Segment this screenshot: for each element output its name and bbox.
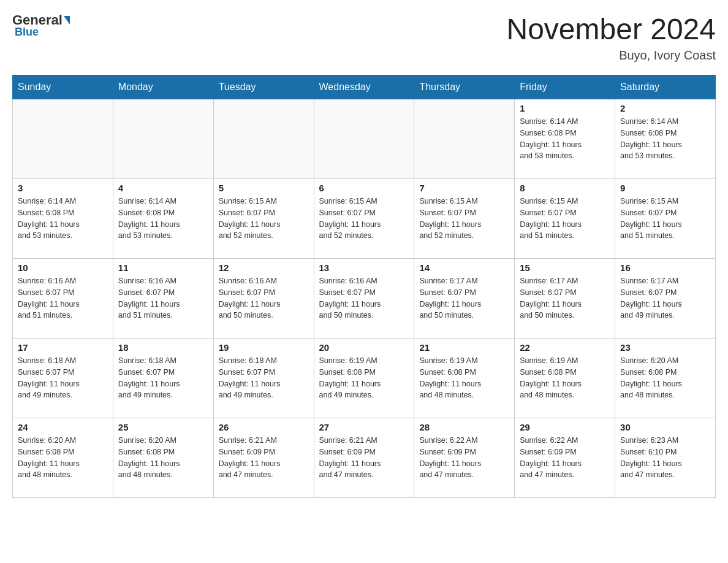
logo: General Blue [12, 12, 71, 39]
day-info: Sunrise: 6:17 AM Sunset: 6:07 PM Dayligh… [620, 275, 710, 321]
calendar-cell: 26Sunrise: 6:21 AM Sunset: 6:09 PM Dayli… [213, 418, 314, 498]
day-number: 7 [419, 183, 509, 193]
day-info: Sunrise: 6:20 AM Sunset: 6:08 PM Dayligh… [118, 435, 208, 481]
day-info: Sunrise: 6:16 AM Sunset: 6:07 PM Dayligh… [18, 275, 108, 321]
day-info: Sunrise: 6:15 AM Sunset: 6:07 PM Dayligh… [319, 196, 409, 242]
day-info: Sunrise: 6:20 AM Sunset: 6:08 PM Dayligh… [18, 435, 108, 481]
calendar-cell [13, 99, 113, 179]
calendar-cell: 15Sunrise: 6:17 AM Sunset: 6:07 PM Dayli… [515, 259, 615, 339]
day-number: 1 [520, 103, 610, 113]
weekday-header: Wednesday [314, 75, 414, 99]
day-info: Sunrise: 6:19 AM Sunset: 6:08 PM Dayligh… [419, 355, 509, 401]
day-info: Sunrise: 6:15 AM Sunset: 6:07 PM Dayligh… [219, 196, 309, 242]
day-number: 3 [18, 183, 108, 193]
day-number: 24 [18, 422, 108, 432]
day-number: 21 [419, 342, 509, 353]
calendar-cell: 16Sunrise: 6:17 AM Sunset: 6:07 PM Dayli… [615, 259, 716, 339]
day-info: Sunrise: 6:15 AM Sunset: 6:07 PM Dayligh… [419, 196, 509, 242]
weekday-header: Monday [113, 75, 213, 99]
weekday-header: Friday [515, 75, 615, 99]
calendar-table: SundayMondayTuesdayWednesdayThursdayFrid… [12, 75, 716, 498]
weekday-header: Sunday [13, 75, 113, 99]
calendar-cell: 29Sunrise: 6:22 AM Sunset: 6:09 PM Dayli… [515, 418, 615, 498]
day-number: 13 [319, 262, 409, 273]
day-number: 11 [118, 262, 208, 273]
title-section: November 2024 Buyo, Ivory Coast [506, 12, 716, 63]
day-info: Sunrise: 6:14 AM Sunset: 6:08 PM Dayligh… [18, 196, 108, 242]
calendar-week-row: 24Sunrise: 6:20 AM Sunset: 6:08 PM Dayli… [13, 418, 716, 498]
calendar-cell: 9Sunrise: 6:15 AM Sunset: 6:07 PM Daylig… [615, 179, 716, 259]
calendar-cell: 20Sunrise: 6:19 AM Sunset: 6:08 PM Dayli… [314, 339, 414, 418]
calendar-cell: 22Sunrise: 6:19 AM Sunset: 6:08 PM Dayli… [515, 339, 615, 418]
calendar-cell [414, 99, 515, 179]
calendar-cell: 23Sunrise: 6:20 AM Sunset: 6:08 PM Dayli… [615, 339, 716, 418]
day-info: Sunrise: 6:17 AM Sunset: 6:07 PM Dayligh… [520, 275, 610, 321]
day-info: Sunrise: 6:20 AM Sunset: 6:08 PM Dayligh… [620, 355, 710, 401]
day-info: Sunrise: 6:21 AM Sunset: 6:09 PM Dayligh… [319, 435, 409, 481]
day-number: 6 [319, 183, 409, 193]
weekday-header: Thursday [414, 75, 515, 99]
calendar-cell: 12Sunrise: 6:16 AM Sunset: 6:07 PM Dayli… [213, 259, 314, 339]
calendar-cell: 6Sunrise: 6:15 AM Sunset: 6:07 PM Daylig… [314, 179, 414, 259]
calendar-cell: 14Sunrise: 6:17 AM Sunset: 6:07 PM Dayli… [414, 259, 515, 339]
calendar-cell: 17Sunrise: 6:18 AM Sunset: 6:07 PM Dayli… [13, 339, 113, 418]
calendar-cell: 24Sunrise: 6:20 AM Sunset: 6:08 PM Dayli… [13, 418, 113, 498]
day-info: Sunrise: 6:15 AM Sunset: 6:07 PM Dayligh… [520, 196, 610, 242]
calendar-cell: 3Sunrise: 6:14 AM Sunset: 6:08 PM Daylig… [13, 179, 113, 259]
day-number: 15 [520, 262, 610, 273]
day-info: Sunrise: 6:16 AM Sunset: 6:07 PM Dayligh… [319, 275, 409, 321]
day-number: 23 [620, 342, 710, 353]
calendar-cell: 2Sunrise: 6:14 AM Sunset: 6:08 PM Daylig… [615, 99, 716, 179]
calendar-cell: 21Sunrise: 6:19 AM Sunset: 6:08 PM Dayli… [414, 339, 515, 418]
day-number: 27 [319, 422, 409, 432]
calendar-cell: 18Sunrise: 6:18 AM Sunset: 6:07 PM Dayli… [113, 339, 213, 418]
calendar-cell: 27Sunrise: 6:21 AM Sunset: 6:09 PM Dayli… [314, 418, 414, 498]
calendar-cell: 10Sunrise: 6:16 AM Sunset: 6:07 PM Dayli… [13, 259, 113, 339]
location-title: Buyo, Ivory Coast [506, 48, 716, 63]
calendar-week-row: 1Sunrise: 6:14 AM Sunset: 6:08 PM Daylig… [13, 99, 716, 179]
weekday-header: Saturday [615, 75, 716, 99]
calendar-week-row: 3Sunrise: 6:14 AM Sunset: 6:08 PM Daylig… [13, 179, 716, 259]
day-number: 9 [620, 183, 710, 193]
calendar-cell: 28Sunrise: 6:22 AM Sunset: 6:09 PM Dayli… [414, 418, 515, 498]
day-info: Sunrise: 6:18 AM Sunset: 6:07 PM Dayligh… [118, 355, 208, 401]
month-title: November 2024 [506, 12, 716, 46]
calendar-cell: 5Sunrise: 6:15 AM Sunset: 6:07 PM Daylig… [213, 179, 314, 259]
day-number: 29 [520, 422, 610, 432]
calendar-cell: 11Sunrise: 6:16 AM Sunset: 6:07 PM Dayli… [113, 259, 213, 339]
day-number: 18 [118, 342, 208, 353]
calendar-cell: 19Sunrise: 6:18 AM Sunset: 6:07 PM Dayli… [213, 339, 314, 418]
day-number: 10 [18, 262, 108, 273]
day-info: Sunrise: 6:19 AM Sunset: 6:08 PM Dayligh… [319, 355, 409, 401]
day-number: 16 [620, 262, 710, 273]
logo-triangle-icon [64, 16, 70, 25]
calendar-cell [113, 99, 213, 179]
day-info: Sunrise: 6:18 AM Sunset: 6:07 PM Dayligh… [18, 355, 108, 401]
calendar-cell: 8Sunrise: 6:15 AM Sunset: 6:07 PM Daylig… [515, 179, 615, 259]
day-number: 2 [620, 103, 710, 113]
day-number: 25 [118, 422, 208, 432]
day-info: Sunrise: 6:23 AM Sunset: 6:10 PM Dayligh… [620, 435, 710, 481]
day-info: Sunrise: 6:14 AM Sunset: 6:08 PM Dayligh… [620, 116, 710, 162]
day-number: 26 [219, 422, 309, 432]
page-header: General Blue November 2024 Buyo, Ivory C… [12, 12, 716, 63]
calendar-cell: 7Sunrise: 6:15 AM Sunset: 6:07 PM Daylig… [414, 179, 515, 259]
day-number: 14 [419, 262, 509, 273]
day-number: 28 [419, 422, 509, 432]
day-info: Sunrise: 6:19 AM Sunset: 6:08 PM Dayligh… [520, 355, 610, 401]
day-number: 4 [118, 183, 208, 193]
day-number: 19 [219, 342, 309, 353]
day-info: Sunrise: 6:21 AM Sunset: 6:09 PM Dayligh… [219, 435, 309, 481]
day-number: 5 [219, 183, 309, 193]
calendar-cell: 13Sunrise: 6:16 AM Sunset: 6:07 PM Dayli… [314, 259, 414, 339]
calendar-cell: 25Sunrise: 6:20 AM Sunset: 6:08 PM Dayli… [113, 418, 213, 498]
day-number: 22 [520, 342, 610, 353]
day-number: 12 [219, 262, 309, 273]
calendar-cell: 4Sunrise: 6:14 AM Sunset: 6:08 PM Daylig… [113, 179, 213, 259]
calendar-cell [314, 99, 414, 179]
day-info: Sunrise: 6:16 AM Sunset: 6:07 PM Dayligh… [219, 275, 309, 321]
day-info: Sunrise: 6:22 AM Sunset: 6:09 PM Dayligh… [520, 435, 610, 481]
calendar-week-row: 17Sunrise: 6:18 AM Sunset: 6:07 PM Dayli… [13, 339, 716, 418]
calendar-cell: 1Sunrise: 6:14 AM Sunset: 6:08 PM Daylig… [515, 99, 615, 179]
day-info: Sunrise: 6:22 AM Sunset: 6:09 PM Dayligh… [419, 435, 509, 481]
